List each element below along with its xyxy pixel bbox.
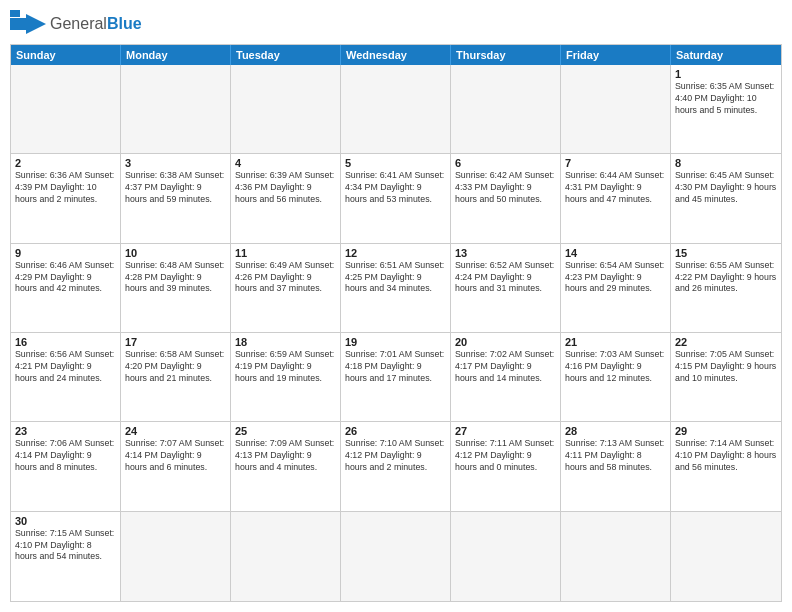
day-number: 14: [565, 247, 666, 259]
day-number: 29: [675, 425, 777, 437]
day-number: 22: [675, 336, 777, 348]
logo-icon: [10, 10, 46, 38]
calendar-cell: 3Sunrise: 6:38 AM Sunset: 4:37 PM Daylig…: [121, 154, 231, 242]
day-number: 17: [125, 336, 226, 348]
calendar-cell: 27Sunrise: 7:11 AM Sunset: 4:12 PM Dayli…: [451, 422, 561, 510]
calendar-cell: 20Sunrise: 7:02 AM Sunset: 4:17 PM Dayli…: [451, 333, 561, 421]
day-number: 23: [15, 425, 116, 437]
calendar-row-0: 1Sunrise: 6:35 AM Sunset: 4:40 PM Daylig…: [11, 65, 781, 154]
header-day-friday: Friday: [561, 45, 671, 65]
day-number: 3: [125, 157, 226, 169]
calendar-cell: 11Sunrise: 6:49 AM Sunset: 4:26 PM Dayli…: [231, 244, 341, 332]
calendar-cell: 21Sunrise: 7:03 AM Sunset: 4:16 PM Dayli…: [561, 333, 671, 421]
day-number: 12: [345, 247, 446, 259]
calendar-row-4: 23Sunrise: 7:06 AM Sunset: 4:14 PM Dayli…: [11, 422, 781, 511]
day-info: Sunrise: 7:13 AM Sunset: 4:11 PM Dayligh…: [565, 438, 666, 474]
day-number: 20: [455, 336, 556, 348]
calendar-cell: 2Sunrise: 6:36 AM Sunset: 4:39 PM Daylig…: [11, 154, 121, 242]
svg-marker-1: [26, 14, 46, 34]
calendar-cell: 16Sunrise: 6:56 AM Sunset: 4:21 PM Dayli…: [11, 333, 121, 421]
day-number: 11: [235, 247, 336, 259]
calendar-cell: 29Sunrise: 7:14 AM Sunset: 4:10 PM Dayli…: [671, 422, 781, 510]
day-number: 5: [345, 157, 446, 169]
day-info: Sunrise: 7:14 AM Sunset: 4:10 PM Dayligh…: [675, 438, 777, 474]
calendar-header: SundayMondayTuesdayWednesdayThursdayFrid…: [11, 45, 781, 65]
day-info: Sunrise: 6:51 AM Sunset: 4:25 PM Dayligh…: [345, 260, 446, 296]
day-info: Sunrise: 6:44 AM Sunset: 4:31 PM Dayligh…: [565, 170, 666, 206]
calendar-cell: 4Sunrise: 6:39 AM Sunset: 4:36 PM Daylig…: [231, 154, 341, 242]
day-info: Sunrise: 7:09 AM Sunset: 4:13 PM Dayligh…: [235, 438, 336, 474]
day-info: Sunrise: 6:36 AM Sunset: 4:39 PM Dayligh…: [15, 170, 116, 206]
day-info: Sunrise: 6:56 AM Sunset: 4:21 PM Dayligh…: [15, 349, 116, 385]
logo: GeneralBlue: [10, 10, 142, 38]
day-number: 1: [675, 68, 777, 80]
day-number: 8: [675, 157, 777, 169]
day-info: Sunrise: 7:02 AM Sunset: 4:17 PM Dayligh…: [455, 349, 556, 385]
calendar-cell: 23Sunrise: 7:06 AM Sunset: 4:14 PM Dayli…: [11, 422, 121, 510]
calendar-cell: 5Sunrise: 6:41 AM Sunset: 4:34 PM Daylig…: [341, 154, 451, 242]
day-info: Sunrise: 7:15 AM Sunset: 4:10 PM Dayligh…: [15, 528, 116, 564]
calendar-cell: 15Sunrise: 6:55 AM Sunset: 4:22 PM Dayli…: [671, 244, 781, 332]
day-number: 27: [455, 425, 556, 437]
day-info: Sunrise: 6:48 AM Sunset: 4:28 PM Dayligh…: [125, 260, 226, 296]
day-number: 24: [125, 425, 226, 437]
day-number: 7: [565, 157, 666, 169]
calendar-cell: [451, 512, 561, 601]
day-number: 15: [675, 247, 777, 259]
calendar-cell: 25Sunrise: 7:09 AM Sunset: 4:13 PM Dayli…: [231, 422, 341, 510]
calendar-cell: [121, 512, 231, 601]
day-number: 30: [15, 515, 116, 527]
day-number: 19: [345, 336, 446, 348]
header-day-wednesday: Wednesday: [341, 45, 451, 65]
calendar-cell: [11, 65, 121, 153]
day-info: Sunrise: 7:11 AM Sunset: 4:12 PM Dayligh…: [455, 438, 556, 474]
day-number: 13: [455, 247, 556, 259]
calendar-cell: 30Sunrise: 7:15 AM Sunset: 4:10 PM Dayli…: [11, 512, 121, 601]
calendar-cell: 6Sunrise: 6:42 AM Sunset: 4:33 PM Daylig…: [451, 154, 561, 242]
page-header: GeneralBlue: [10, 10, 782, 38]
calendar-row-5: 30Sunrise: 7:15 AM Sunset: 4:10 PM Dayli…: [11, 512, 781, 601]
calendar-cell: 9Sunrise: 6:46 AM Sunset: 4:29 PM Daylig…: [11, 244, 121, 332]
day-info: Sunrise: 6:38 AM Sunset: 4:37 PM Dayligh…: [125, 170, 226, 206]
calendar-cell: 26Sunrise: 7:10 AM Sunset: 4:12 PM Dayli…: [341, 422, 451, 510]
day-info: Sunrise: 6:39 AM Sunset: 4:36 PM Dayligh…: [235, 170, 336, 206]
day-number: 26: [345, 425, 446, 437]
calendar-cell: 7Sunrise: 6:44 AM Sunset: 4:31 PM Daylig…: [561, 154, 671, 242]
header-day-sunday: Sunday: [11, 45, 121, 65]
day-info: Sunrise: 6:55 AM Sunset: 4:22 PM Dayligh…: [675, 260, 777, 296]
calendar-cell: [671, 512, 781, 601]
day-info: Sunrise: 6:46 AM Sunset: 4:29 PM Dayligh…: [15, 260, 116, 296]
day-info: Sunrise: 7:06 AM Sunset: 4:14 PM Dayligh…: [15, 438, 116, 474]
calendar-cell: [231, 65, 341, 153]
calendar-row-2: 9Sunrise: 6:46 AM Sunset: 4:29 PM Daylig…: [11, 244, 781, 333]
day-info: Sunrise: 6:41 AM Sunset: 4:34 PM Dayligh…: [345, 170, 446, 206]
header-day-tuesday: Tuesday: [231, 45, 341, 65]
day-info: Sunrise: 6:42 AM Sunset: 4:33 PM Dayligh…: [455, 170, 556, 206]
calendar-cell: 17Sunrise: 6:58 AM Sunset: 4:20 PM Dayli…: [121, 333, 231, 421]
day-number: 2: [15, 157, 116, 169]
calendar-cell: [451, 65, 561, 153]
day-number: 21: [565, 336, 666, 348]
day-info: Sunrise: 6:58 AM Sunset: 4:20 PM Dayligh…: [125, 349, 226, 385]
day-info: Sunrise: 7:05 AM Sunset: 4:15 PM Dayligh…: [675, 349, 777, 385]
day-info: Sunrise: 6:54 AM Sunset: 4:23 PM Dayligh…: [565, 260, 666, 296]
header-day-saturday: Saturday: [671, 45, 781, 65]
calendar-cell: 22Sunrise: 7:05 AM Sunset: 4:15 PM Dayli…: [671, 333, 781, 421]
day-number: 28: [565, 425, 666, 437]
calendar-cell: 14Sunrise: 6:54 AM Sunset: 4:23 PM Dayli…: [561, 244, 671, 332]
day-info: Sunrise: 6:52 AM Sunset: 4:24 PM Dayligh…: [455, 260, 556, 296]
calendar-cell: 12Sunrise: 6:51 AM Sunset: 4:25 PM Dayli…: [341, 244, 451, 332]
day-info: Sunrise: 7:03 AM Sunset: 4:16 PM Dayligh…: [565, 349, 666, 385]
day-number: 10: [125, 247, 226, 259]
day-info: Sunrise: 7:10 AM Sunset: 4:12 PM Dayligh…: [345, 438, 446, 474]
calendar-cell: 24Sunrise: 7:07 AM Sunset: 4:14 PM Dayli…: [121, 422, 231, 510]
calendar-cell: 1Sunrise: 6:35 AM Sunset: 4:40 PM Daylig…: [671, 65, 781, 153]
calendar-cell: 28Sunrise: 7:13 AM Sunset: 4:11 PM Dayli…: [561, 422, 671, 510]
calendar-row-1: 2Sunrise: 6:36 AM Sunset: 4:39 PM Daylig…: [11, 154, 781, 243]
day-number: 9: [15, 247, 116, 259]
calendar-cell: 10Sunrise: 6:48 AM Sunset: 4:28 PM Dayli…: [121, 244, 231, 332]
calendar-cell: [561, 512, 671, 601]
day-number: 18: [235, 336, 336, 348]
day-info: Sunrise: 7:07 AM Sunset: 4:14 PM Dayligh…: [125, 438, 226, 474]
calendar-cell: 19Sunrise: 7:01 AM Sunset: 4:18 PM Dayli…: [341, 333, 451, 421]
